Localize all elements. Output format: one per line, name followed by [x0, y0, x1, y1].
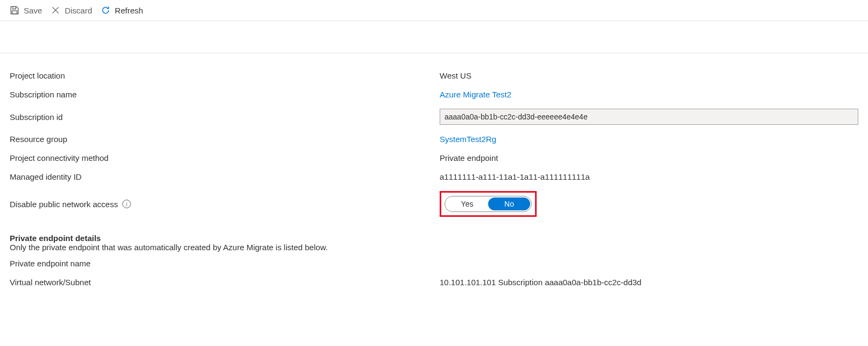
row-disable-public-access: Disable public network access i Yes No — [10, 186, 858, 222]
row-subscription-name: Subscription name Azure Migrate Test2 — [10, 85, 858, 104]
properties-panel: Project location West US Subscription na… — [0, 53, 868, 305]
row-vnet-subnet: Virtual network/Subnet 10.101.101.101 Su… — [10, 273, 858, 292]
row-managed-identity-id: Managed identity ID a1111111-a111-11a1-1… — [10, 167, 858, 186]
value-vnet-subnet: 10.101.101.101 Subscription aaaa0a0a-bb1… — [440, 278, 858, 287]
label-vnet-subnet: Virtual network/Subnet — [10, 278, 440, 287]
save-button[interactable]: Save — [10, 5, 42, 15]
toggle-public-access[interactable]: Yes No — [445, 196, 532, 212]
discard-label: Discard — [65, 6, 92, 15]
value-connectivity-method: Private endpoint — [440, 153, 858, 163]
label-project-location: Project location — [10, 71, 440, 80]
private-endpoint-title: Private endpoint details — [10, 234, 858, 243]
toggle-option-yes[interactable]: Yes — [446, 197, 488, 210]
save-label: Save — [24, 6, 42, 15]
row-connectivity-method: Project connectivity method Private endp… — [10, 149, 858, 167]
toolbar: Save Discard Refresh — [0, 0, 868, 21]
label-subscription-id: Subscription id — [10, 112, 440, 122]
refresh-button[interactable]: Refresh — [101, 5, 143, 15]
svg-rect-0 — [12, 11, 17, 14]
label-private-endpoint-name: Private endpoint name — [10, 259, 440, 268]
value-project-location: West US — [440, 71, 858, 80]
header-spacer — [0, 21, 868, 53]
toggle-option-no[interactable]: No — [488, 197, 530, 210]
label-subscription-name: Subscription name — [10, 90, 440, 99]
row-private-endpoint-name: Private endpoint name — [10, 254, 858, 273]
refresh-label: Refresh — [115, 6, 143, 15]
private-endpoint-description: Only the private endpoint that was autom… — [10, 243, 858, 252]
row-project-location: Project location West US — [10, 66, 858, 85]
refresh-icon — [101, 5, 110, 15]
info-icon[interactable]: i — [122, 200, 131, 208]
label-disable-public-access: Disable public network access — [10, 200, 118, 209]
link-subscription-name[interactable]: Azure Migrate Test2 — [440, 90, 511, 99]
label-connectivity-method: Project connectivity method — [10, 153, 440, 163]
label-resource-group: Resource group — [10, 135, 440, 144]
input-subscription-id[interactable] — [440, 109, 858, 125]
link-resource-group[interactable]: SystemTest2Rg — [440, 135, 496, 144]
row-subscription-id: Subscription id — [10, 104, 858, 130]
label-managed-identity-id: Managed identity ID — [10, 172, 440, 181]
save-icon — [10, 5, 19, 15]
close-icon — [51, 5, 60, 15]
highlight-box: Yes No — [440, 191, 537, 217]
value-managed-identity-id: a1111111-a111-11a1-1a11-a111111111a — [440, 172, 858, 181]
row-resource-group: Resource group SystemTest2Rg — [10, 130, 858, 149]
discard-button[interactable]: Discard — [51, 5, 92, 15]
